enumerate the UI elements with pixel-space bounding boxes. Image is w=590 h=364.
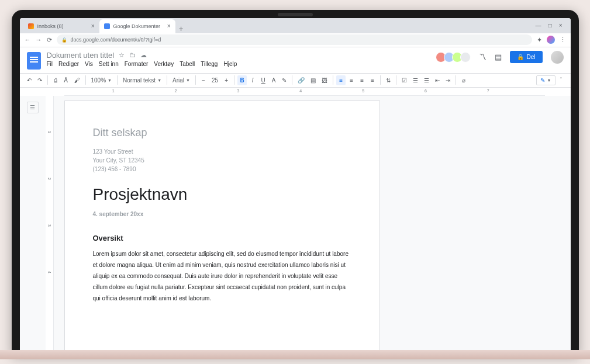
document-area: ☰ 1 2 3 4 Ditt selskap 123 Your Street Y… [20,96,571,355]
formatting-toolbar: ↶ ↷ ⎙ Ā 🖌 100%▼ Normal tekst▼ Arial▼ − 2… [20,73,571,88]
editing-mode-select[interactable]: ✎ ▼ [536,75,556,85]
docs-logo-icon[interactable] [27,52,41,70]
font-size-input[interactable]: 25 [209,76,220,85]
font-select[interactable]: Arial▼ [170,76,192,85]
activity-icon[interactable]: 〽 [479,53,487,61]
menu-tillegg[interactable]: Tillegg [201,61,218,67]
align-left-icon[interactable]: ≡ [336,75,346,85]
document-title-input[interactable]: Dokument uten tittel [47,51,115,60]
section-heading: Oversikt [93,234,351,242]
font-size-decrease[interactable]: − [199,75,208,85]
menu-fil[interactable]: Fil [47,61,53,67]
align-center-icon[interactable]: ≡ [347,75,356,85]
italic-icon[interactable]: I [248,75,257,85]
outline-toggle-icon[interactable]: ☰ [27,102,39,113]
redo-icon[interactable]: ↷ [35,75,44,85]
link-icon[interactable]: 🔗 [295,75,307,85]
decrease-indent-icon[interactable]: ⇤ [433,75,442,85]
line-spacing-icon[interactable]: ⇅ [384,75,393,85]
extensions-icon[interactable]: ✦ [537,36,542,44]
menu-sett-inn[interactable]: Sett inn [99,61,119,67]
gmail-icon [28,23,34,29]
docs-icon [104,23,110,29]
reload-icon[interactable]: ⟳ [47,36,52,44]
minimize-icon[interactable]: ― [536,22,541,29]
address-bar: ← → ⟳ 🔒 docs.google.com/document/u/0/?tg… [20,33,571,47]
menu-hjelp[interactable]: Hjelp [223,61,237,67]
company-name: Ditt selskap [93,127,351,139]
new-tab-button[interactable]: + [175,24,187,33]
vertical-ruler[interactable]: 1 2 3 4 [46,96,54,355]
menu-formater[interactable]: Formater [125,61,149,67]
underline-icon[interactable]: U [258,75,268,85]
menu-bar: Fil Rediger Vis Sett inn Formater Verktø… [47,61,433,67]
zoom-select[interactable]: 100%▼ [89,76,115,85]
checklist-icon[interactable]: ☑ [399,75,409,85]
url-input[interactable]: 🔒 docs.google.com/document/u/0/?tgif=d [57,34,532,45]
browser-menu-icon[interactable]: ⋮ [560,36,566,44]
close-window-icon[interactable]: × [559,22,563,29]
clear-formatting-icon[interactable]: ⌀ [459,75,468,85]
insert-image-icon[interactable]: 🖼 [319,75,330,85]
cloud-icon[interactable]: ☁ [140,51,147,59]
move-icon[interactable]: 🗀 [129,51,136,58]
tab-label: Innboks (8) [37,23,64,29]
maximize-icon[interactable]: □ [548,22,552,29]
bold-icon[interactable]: B [237,75,247,85]
text-color-icon[interactable]: A [269,75,278,85]
share-label: Del [526,54,535,60]
align-justify-icon[interactable]: ≡ [368,75,377,85]
share-button[interactable]: 🔒 Del [510,51,542,63]
menu-rediger[interactable]: Rediger [58,61,79,67]
horizontal-ruler[interactable]: 1 2 3 4 5 6 7 [64,88,545,96]
collapse-toolbar-icon[interactable]: ˆ [557,75,566,85]
print-icon[interactable]: ⎙ [51,75,60,85]
avatar [460,52,471,63]
user-avatar[interactable] [551,51,564,64]
document-page[interactable]: Ditt selskap 123 Your Street Your City, … [64,100,380,355]
forward-icon[interactable]: → [36,36,42,43]
add-comment-icon[interactable]: ▤ [308,75,318,85]
style-select[interactable]: Normal tekst▼ [120,76,164,85]
browser-profile-icon[interactable] [547,36,555,44]
project-title: Prosjektnavn [93,185,351,204]
undo-icon[interactable]: ↶ [25,75,34,85]
highlight-icon[interactable]: ✎ [280,75,289,85]
browser-tab-bar: Innboks (8) × Google Dokumenter × + ― □ … [20,18,571,33]
docs-header: Dokument uten tittel ☆ 🗀 ☁ Fil Rediger V… [20,47,571,73]
menu-verktoy[interactable]: Verktøy [154,61,174,67]
pencil-icon: ✎ [540,77,545,84]
star-icon[interactable]: ☆ [119,51,125,59]
paint-format-icon[interactable]: 🖌 [72,75,82,85]
spellcheck-icon[interactable]: Ā [61,75,71,85]
document-date: 4. september 20xx [93,211,351,217]
increase-indent-icon[interactable]: ⇥ [443,75,453,85]
bulleted-list-icon[interactable]: ☰ [410,75,420,85]
url-text: docs.google.com/document/u/0/?tgif=d [71,37,161,43]
back-icon[interactable]: ← [25,36,31,43]
font-size-increase[interactable]: + [222,75,231,85]
menu-tabell[interactable]: Tabell [180,61,195,67]
company-address: 123 Your Street Your City, ST 12345 (123… [93,147,351,174]
browser-tab-gmail[interactable]: Innboks (8) × [23,19,99,33]
align-right-icon[interactable]: ≡ [357,75,367,85]
lock-icon: 🔒 [517,54,524,60]
body-paragraph: Lorem ipsum dolor sit amet, consectetur … [93,248,351,304]
comment-icon[interactable]: ▤ [495,53,502,61]
menu-vis[interactable]: Vis [85,61,93,67]
tab-label: Google Dokumenter [113,23,161,29]
lock-icon: 🔒 [61,37,67,43]
browser-tab-docs[interactable]: Google Dokumenter × [99,19,175,33]
numbered-list-icon[interactable]: ☰ [422,75,432,85]
close-icon[interactable]: × [91,23,95,29]
close-icon[interactable]: × [167,23,171,29]
collaborator-avatars[interactable] [438,52,471,63]
